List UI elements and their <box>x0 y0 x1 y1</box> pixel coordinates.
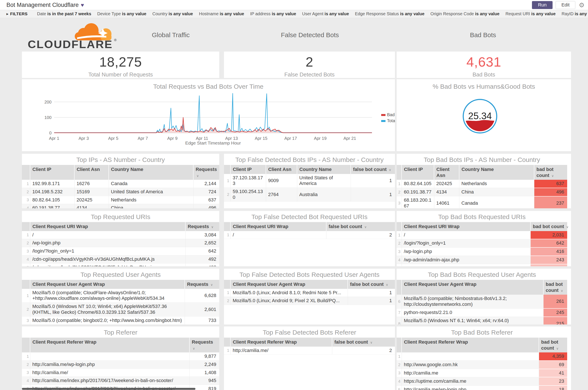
sort-desc-icon[interactable]: ∨ <box>551 174 554 178</box>
sort-desc-icon[interactable]: ∨ <box>566 225 569 229</box>
filter-chip[interactable]: Country is any value <box>152 11 193 16</box>
column-header[interactable]: false bot count ∨ <box>326 222 395 231</box>
filters-label[interactable]: FILTERS <box>10 12 28 16</box>
row-number: 2 <box>22 188 30 196</box>
table-row: 1/2 <box>224 231 395 239</box>
row-number: 3 <box>22 316 30 325</box>
filter-chip[interactable]: Date is in the past 7 weeks <box>37 11 91 16</box>
filter-chip[interactable]: Request URI is any value <box>505 11 556 16</box>
cloudflare-logo: CLOUDFLARE ® <box>27 21 120 49</box>
column-header[interactable]: Country Name <box>109 165 193 180</box>
sort-desc-icon[interactable]: ∨ <box>389 168 391 172</box>
run-button[interactable]: Run <box>532 1 553 9</box>
row-number: 2 <box>22 303 30 317</box>
table-row: 3http://camilia.me41 <box>397 369 567 377</box>
sort-desc-icon[interactable]: ∨ <box>556 347 559 350</box>
table-cell: 2,601 <box>185 303 219 317</box>
column-header[interactable]: Client Request Referer Wrap <box>402 338 539 352</box>
column-header[interactable]: Client Request URI Wrap <box>402 222 531 231</box>
edit-button[interactable]: Edit <box>556 1 575 9</box>
column-header[interactable]: Requests ∨ <box>193 165 219 180</box>
table-cell: 237 <box>534 196 567 208</box>
filter-chip[interactable]: Origin Response Code is any value <box>430 11 499 16</box>
column-header[interactable]: Client Asn <box>266 165 297 174</box>
table-row: 180.82.64.105202425Netherlands637 <box>397 180 567 188</box>
row-number: 1 <box>224 289 230 297</box>
row-number-header <box>397 222 402 231</box>
column-header[interactable]: Client Asn <box>434 165 459 180</box>
column-header[interactable]: bad bot count ∨ <box>531 222 567 231</box>
data-table: Client IPClient AsnCountry NameRequests … <box>22 165 219 208</box>
sort-desc-icon[interactable]: ∨ <box>561 289 563 292</box>
sort-desc-icon[interactable]: ∨ <box>210 283 213 287</box>
sort-desc-icon[interactable]: ∨ <box>364 225 367 229</box>
column-header[interactable]: false bot count ∨ <box>348 280 395 289</box>
table-row: 3/login/?login_only=1642 <box>22 247 219 255</box>
column-header[interactable]: Requests ∨ <box>185 280 219 289</box>
column-header[interactable]: Client Request Referer Wrap <box>30 338 190 352</box>
table-row: 260.191.38.774134China496 <box>397 188 567 196</box>
table-cell: http://camilia.me/ <box>30 369 190 377</box>
row-number-header <box>224 338 230 347</box>
column-header[interactable]: Client Asn <box>74 165 109 180</box>
table-cell: 2 <box>326 231 395 239</box>
horizontal-scrollbar[interactable] <box>22 388 196 390</box>
filter-chip[interactable]: Hostname is any value <box>199 11 244 16</box>
table-cell: Netherlands <box>109 196 193 204</box>
filter-chip[interactable]: IP address is any value <box>250 11 296 16</box>
row-number: 3 <box>397 247 402 256</box>
top-bar: Bot Management Cloudflare♥ Run Edit ⚙ <box>0 0 588 10</box>
column-header[interactable]: Client Request User Agent Wrap <box>402 280 543 295</box>
table-cell: Mozilla/5.0 (Linux; Android 8.1.0; Redmi… <box>230 289 348 297</box>
column-header[interactable]: Client Request URI Wrap <box>230 222 326 231</box>
row-number: 6 <box>397 295 402 308</box>
table-cell: China <box>459 188 534 196</box>
column-header[interactable]: bad bot count ∨ <box>534 165 567 180</box>
gauge-canvas: % Bad Bots vs Humans&Good Bots25.34 <box>397 79 571 151</box>
x-tick-label: Apr 11 <box>196 136 208 141</box>
column-header[interactable]: Client Request User Agent Wrap <box>30 280 185 289</box>
column-header[interactable]: Client IP <box>402 165 434 180</box>
table-cell: 41 <box>539 369 567 377</box>
column-header[interactable]: Client IP <box>30 165 74 180</box>
filter-bar: ▶ FILTERS Date is in the past 7 weeksDev… <box>0 10 588 18</box>
column-header[interactable]: Country Name <box>297 165 351 174</box>
sort-desc-icon[interactable]: ∨ <box>370 341 373 344</box>
filter-chip[interactable]: User Agent is any value <box>302 11 349 16</box>
column-header[interactable]: bad bot count ∨ <box>539 338 567 352</box>
sort-desc-icon[interactable]: ∨ <box>211 225 213 229</box>
sort-desc-icon[interactable]: ∨ <box>386 283 388 287</box>
filter-chip[interactable]: Edge Response Status is any value <box>355 11 425 16</box>
column-header[interactable]: Country Name <box>459 165 534 180</box>
column-header[interactable]: bad bot count ∨ <box>543 280 567 295</box>
filter-chip[interactable]: RayID is any value <box>562 11 588 16</box>
kpi-total-requests: 18,275 Total Number of Requests <box>22 51 219 78</box>
table-cell: 15169 <box>74 188 109 196</box>
column-header[interactable]: Requests ∨ <box>190 338 219 352</box>
column-header[interactable]: false bot count ∨ <box>351 165 395 174</box>
table-cell: 80.82.64.105 <box>30 196 74 204</box>
filter-chip[interactable]: Device Type is any value <box>97 11 147 16</box>
table-cell: Australia <box>297 188 351 202</box>
row-number: 4 <box>397 377 402 386</box>
gear-icon[interactable]: ⚙ <box>579 1 585 9</box>
column-header[interactable]: Requests ∨ <box>185 222 219 231</box>
legend-swatch <box>381 114 386 116</box>
table-cell <box>30 352 190 360</box>
table-top-referers: Top RefererClient Request Referer WrapRe… <box>22 326 219 390</box>
sort-desc-icon[interactable]: ∨ <box>193 347 195 350</box>
sort-desc-icon[interactable]: ∨ <box>196 174 199 178</box>
filters-expand-icon[interactable]: ▶ <box>6 12 8 15</box>
row-number-header <box>397 338 402 352</box>
table-cell: 2,144 <box>193 180 219 188</box>
table-row: 4/wp-admin/admin-ajax.php243 <box>397 256 567 264</box>
column-header[interactable]: Client Request User Agent Wrap <box>230 280 348 289</box>
table-cell: http://camilia.me <box>402 369 539 377</box>
row-number: 2 <box>22 239 30 247</box>
column-header[interactable]: false bot count ∨ <box>332 338 395 347</box>
column-header[interactable]: Client Request URI Wrap <box>30 222 185 231</box>
column-header[interactable]: Client IP <box>230 165 266 174</box>
table-cell: 202425 <box>434 180 459 188</box>
column-header[interactable]: Client Request Referer Wrap <box>230 338 332 347</box>
kpi-label: Total Number of Requests <box>22 71 219 78</box>
